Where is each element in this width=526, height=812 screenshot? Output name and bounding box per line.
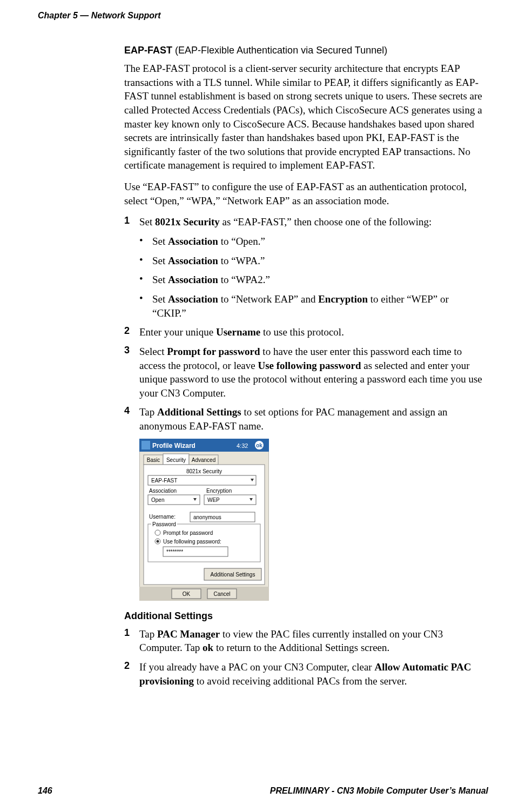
additional-settings-heading: Additional Settings xyxy=(124,610,483,622)
cancel-button: Cancel xyxy=(213,591,230,597)
ok-button-titlebar: ok xyxy=(256,442,262,448)
association-value: Open xyxy=(151,497,164,503)
step-text: Enter your unique Username to use this p… xyxy=(139,325,344,339)
step-text: If you already have a PAC on your CN3 Co… xyxy=(139,660,483,688)
bullet-text: Set Association to “WPA2.” xyxy=(152,273,270,287)
step-text: Set 8021x Security as “EAP-FAST,” then c… xyxy=(139,215,431,229)
ok-button: OK xyxy=(183,591,191,597)
step-text: Tap Additional Settings to set options f… xyxy=(139,405,483,433)
prompt-radio-label: Prompt for password xyxy=(163,530,213,536)
step-text: Select Prompt for password to have the u… xyxy=(139,345,483,400)
bullet-icon: • xyxy=(139,254,152,268)
bullet-item: • Set Association to “Open.” xyxy=(139,234,483,249)
additional-settings-button: Additional Settings xyxy=(211,572,255,578)
section-title-rest: (EAP-Flexible Authentication via Secured… xyxy=(172,45,387,56)
svg-point-14 xyxy=(155,530,160,535)
page-footer: 146 PRELIMINARY - CN3 Mobile Computer Us… xyxy=(38,786,488,796)
additional-step-1: 1 Tap PAC Manager to view the PAC files … xyxy=(124,627,483,655)
bullet-icon: • xyxy=(139,292,152,320)
paragraph-2: Use “EAP-FAST” to configure the use of E… xyxy=(124,180,483,207)
step-number: 4 xyxy=(124,405,139,433)
step-1: 1 Set 8021x Security as “EAP-FAST,” then… xyxy=(124,215,483,229)
step-2: 2 Enter your unique Username to use this… xyxy=(124,325,483,339)
bullet-text: Set Association to “Network EAP” and Enc… xyxy=(152,292,483,320)
step-number: 1 xyxy=(124,627,139,655)
bullet-text: Set Association to “Open.” xyxy=(152,234,265,249)
bullet-icon: • xyxy=(139,273,152,287)
use-following-radio-label: Use following password: xyxy=(163,539,221,545)
step-3: 3 Select Prompt for password to have the… xyxy=(124,345,483,400)
profile-wizard-screenshot: Profile Wizard 4:32 ok Basic Security Ad… xyxy=(139,439,483,601)
password-group-label: Password xyxy=(152,521,176,527)
page-header: Chapter 5 — Network Support xyxy=(38,11,488,21)
step-number: 2 xyxy=(124,660,139,688)
section-title-bold: EAP-FAST xyxy=(124,45,172,56)
svg-point-16 xyxy=(157,540,159,542)
content-area: EAP-FAST (EAP-Flexible Authentication vi… xyxy=(124,45,483,688)
step-number: 1 xyxy=(124,215,139,229)
page-number: 146 xyxy=(38,786,52,796)
username-label: Username: xyxy=(149,514,176,520)
bullet-text: Set Association to “WPA.” xyxy=(152,254,265,268)
footer-text: PRELIMINARY - CN3 Mobile Computer User’s… xyxy=(270,786,488,796)
svg-rect-2 xyxy=(141,441,150,449)
step-number: 3 xyxy=(124,345,139,400)
step-4: 4 Tap Additional Settings to set options… xyxy=(124,405,483,433)
additional-step-2: 2 If you already have a PAC on your CN3 … xyxy=(124,660,483,688)
tab-security: Security xyxy=(166,457,186,463)
encryption-value: WEP xyxy=(207,497,220,503)
bullet-item: • Set Association to “Network EAP” and E… xyxy=(139,292,483,320)
tab-advanced: Advanced xyxy=(192,457,215,463)
paragraph-1: The EAP-FAST protocol is a client-server… xyxy=(124,62,483,172)
window-title: Profile Wizard xyxy=(152,442,195,449)
tab-basic: Basic xyxy=(147,457,160,463)
svg-rect-19 xyxy=(139,587,269,601)
time-label: 4:32 xyxy=(237,442,248,449)
encryption-label: Encryption xyxy=(206,488,232,494)
association-label: Association xyxy=(149,488,177,494)
security-value: EAP-FAST xyxy=(151,478,177,484)
bullet-item: • Set Association to “WPA2.” xyxy=(139,273,483,287)
step-number: 2 xyxy=(124,325,139,339)
bullet-icon: • xyxy=(139,234,152,249)
bullet-item: • Set Association to “WPA.” xyxy=(139,254,483,268)
password-value: ******** xyxy=(166,549,183,555)
username-value: anonymous xyxy=(193,514,221,520)
section-title: EAP-FAST (EAP-Flexible Authentication vi… xyxy=(124,45,483,56)
step-text: Tap PAC Manager to view the PAC files cu… xyxy=(139,627,483,655)
security-label: 8021x Security xyxy=(186,468,222,474)
